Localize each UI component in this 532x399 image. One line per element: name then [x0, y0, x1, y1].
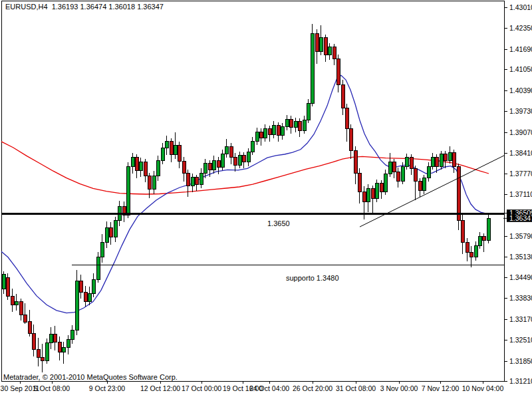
- candle-bearish: [457, 167, 460, 221]
- candle-bullish: [15, 302, 18, 305]
- candle-bullish: [92, 279, 95, 293]
- candle-bullish: [285, 119, 289, 126]
- candle-bullish: [174, 145, 177, 154]
- candle-bullish: [2, 274, 5, 289]
- candle-bullish: [388, 162, 392, 174]
- candle-bullish: [431, 157, 434, 166]
- price-axis-label: 1.31850: [509, 357, 532, 365]
- candle-bearish: [135, 157, 138, 170]
- candle-bearish: [242, 155, 245, 162]
- candle-bullish: [366, 189, 370, 201]
- candle-bearish: [178, 145, 181, 161]
- price-axis-label: 1.35790: [509, 232, 532, 240]
- candle-bullish: [319, 38, 323, 51]
- candle-bearish: [362, 192, 366, 201]
- candle-bearish: [41, 357, 44, 360]
- candle-bullish: [152, 176, 156, 190]
- time-axis-label: 5 Oct 08:00: [34, 384, 70, 392]
- candle-bullish: [247, 152, 250, 162]
- candle-bearish: [482, 236, 485, 240]
- price-badge-value: 1.36347: [509, 214, 532, 222]
- candle-bearish: [324, 38, 327, 55]
- price-axis-label: 1.33830: [509, 294, 532, 302]
- candle-bullish: [139, 162, 142, 170]
- candle-bearish: [186, 173, 190, 186]
- price-axis-label: 1.41690: [509, 45, 532, 53]
- candle-bearish: [410, 157, 413, 168]
- candle-bullish: [307, 103, 310, 120]
- candle-bearish: [452, 153, 456, 167]
- candle-bearish: [148, 176, 151, 190]
- candle-bullish: [165, 142, 168, 148]
- candle-bullish: [75, 281, 78, 331]
- candle-bearish: [208, 164, 211, 170]
- price-axis-label: 1.31210: [509, 377, 532, 385]
- candle-bullish: [448, 153, 452, 160]
- price-axis-label: 1.37110: [509, 190, 532, 198]
- candle-bullish: [251, 142, 254, 152]
- candle-bullish: [294, 122, 297, 128]
- metatrader-chart-window: EURUSD,H4 1.36193 1.36474 1.36018 1.3634…: [0, 0, 532, 399]
- time-axis-label: 9 Oct 23:00: [89, 384, 125, 392]
- candle-bullish: [238, 155, 241, 165]
- candle-bullish: [255, 132, 259, 141]
- candle-bearish: [354, 151, 357, 173]
- candle-bearish: [182, 161, 186, 173]
- candle-bearish: [341, 85, 344, 108]
- candle-bearish: [6, 277, 9, 296]
- candle-bearish: [28, 322, 31, 333]
- copyright-text: Metatrader, © 2001-2010 MetaQuotes Softw…: [3, 373, 178, 381]
- candle-bearish: [315, 34, 319, 52]
- candle-bullish: [156, 160, 160, 176]
- candle-bullish: [191, 178, 194, 186]
- price-axis-label: 1.35130: [509, 253, 532, 261]
- candle-bearish: [392, 162, 396, 172]
- candle-bullish: [212, 160, 215, 170]
- candle-bullish: [422, 178, 426, 191]
- candle-bullish: [96, 257, 100, 279]
- candle-bullish: [281, 127, 284, 136]
- candle-bullish: [203, 164, 207, 173]
- candle-bullish: [478, 236, 481, 245]
- candle-bullish: [328, 47, 331, 55]
- candle-bearish: [380, 183, 383, 192]
- candle-bearish: [349, 128, 352, 150]
- price-axis-label: 1.37770: [509, 170, 532, 178]
- candle-bullish: [405, 157, 408, 166]
- price-chart[interactable]: 1.430101.423501.416901.410501.403901.397…: [0, 0, 532, 399]
- candle-bearish: [217, 160, 220, 168]
- candle-bearish: [229, 146, 233, 157]
- candle-bullish: [131, 157, 134, 166]
- candle-bullish: [303, 120, 306, 130]
- candle-bearish: [58, 342, 61, 352]
- price-axis-label: 1.42350: [509, 24, 532, 32]
- candle-bullish: [401, 167, 404, 182]
- candle-bullish: [49, 334, 53, 343]
- price-axis-label: 1.33170: [509, 315, 532, 323]
- candle-bearish: [19, 302, 23, 315]
- candle-bearish: [11, 296, 14, 305]
- candle-bullish: [311, 34, 314, 104]
- candle-bullish: [70, 331, 74, 340]
- candle-bullish: [100, 243, 104, 257]
- time-axis-label: 24 Oct 04:00: [249, 384, 289, 392]
- time-axis-label: 31 Oct 08:00: [336, 384, 376, 392]
- candle-bearish: [84, 293, 87, 302]
- candle-bearish: [396, 172, 400, 181]
- candle-bearish: [259, 132, 263, 138]
- price-axis-label: 1.39070: [509, 128, 532, 136]
- candle-bearish: [332, 47, 336, 59]
- price-axis-label: 1.41050: [509, 65, 532, 73]
- candle-bearish: [109, 228, 112, 237]
- candle-bullish: [45, 343, 49, 360]
- candle-bullish: [474, 246, 477, 257]
- candle-bullish: [225, 146, 228, 154]
- candle-bearish: [37, 349, 40, 357]
- chart-background: [0, 0, 532, 399]
- candle-bullish: [440, 154, 443, 167]
- candle-bearish: [144, 162, 147, 176]
- candle-bullish: [114, 221, 117, 237]
- candle-bearish: [444, 154, 447, 161]
- candle-bearish: [53, 334, 57, 342]
- price-axis-label: 1.43010: [509, 3, 532, 11]
